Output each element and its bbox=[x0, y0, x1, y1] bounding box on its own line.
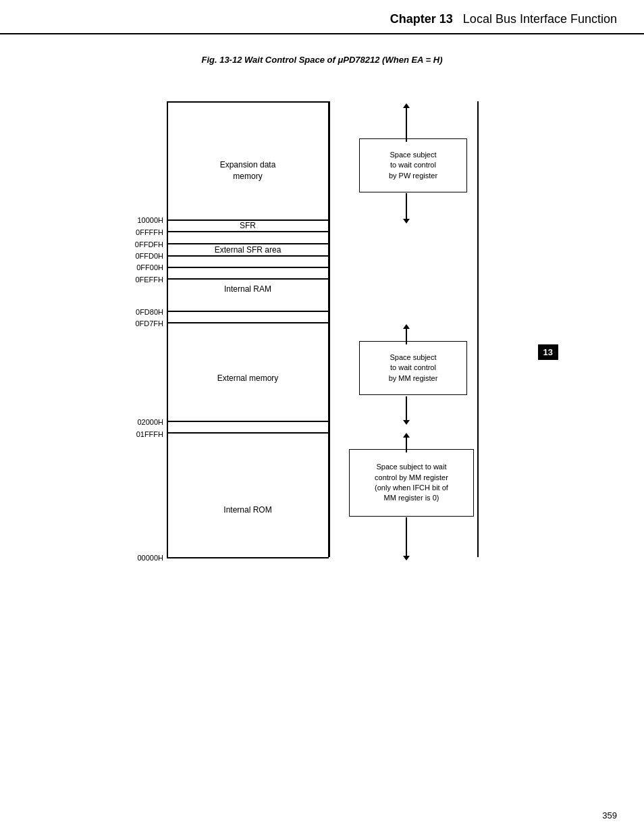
addr-0feffh: 0FEFFH bbox=[119, 276, 163, 284]
chapter-tab: 13 bbox=[538, 344, 558, 360]
internal-rom-label: Internal ROM bbox=[167, 466, 329, 554]
internal-ram-label: Internal RAM bbox=[167, 269, 329, 309]
hline-0ff00 bbox=[167, 267, 329, 268]
hline-bottom bbox=[167, 557, 329, 558]
right-col-right-border bbox=[477, 101, 479, 557]
arrow-down-mm-bottom bbox=[403, 396, 410, 425]
arrow-down-pw-bottom bbox=[403, 193, 410, 224]
addr-10000: 10000H bbox=[119, 216, 163, 224]
chapter-title-text: Local Bus Interface Function bbox=[463, 12, 617, 26]
addr-0ffffh: 0FFFFH bbox=[119, 228, 163, 236]
space-mm2-box: Space subject to waitcontrol by MM regis… bbox=[349, 449, 474, 517]
chapter-title: Chapter 13 Local Bus Interface Function bbox=[390, 12, 617, 26]
hline-01fff bbox=[167, 432, 329, 434]
arrow-up-pw-top bbox=[403, 103, 410, 142]
diagram-container: 13 bbox=[41, 81, 603, 594]
space-mm-box: Space subjectto wait controlby MM regist… bbox=[359, 341, 467, 395]
addr-01fffh: 01FFFH bbox=[119, 430, 163, 438]
right-col-left-border bbox=[329, 101, 330, 557]
addr-0ffdfh: 0FFDFH bbox=[119, 240, 163, 249]
addr-0ff00h: 0FF00H bbox=[119, 263, 163, 271]
external-memory-label: External memory bbox=[167, 338, 329, 419]
fig-label: Fig. 13-12 Wait Control Space of μPD7821… bbox=[201, 55, 442, 65]
addr-00000h: 00000H bbox=[119, 554, 163, 562]
addr-0ffd0h: 0FFD0H bbox=[119, 252, 163, 260]
page-number: 359 bbox=[602, 810, 617, 820]
space-pw-box: Space subjectto wait controlby PW regist… bbox=[359, 138, 467, 192]
page-body: Fig. 13-12 Wait Control Space of μPD7821… bbox=[0, 34, 644, 621]
arrow-up-mm-top bbox=[403, 324, 410, 344]
addr-0fd7fh: 0FD7FH bbox=[119, 319, 163, 328]
page-header: Chapter 13 Local Bus Interface Function bbox=[0, 0, 644, 34]
addr-0fd80h: 0FD80H bbox=[119, 308, 163, 316]
hline-02000 bbox=[167, 421, 329, 422]
fig-title: Fig. 13-12 Wait Control Space of μPD7821… bbox=[41, 55, 603, 65]
sfr-label: SFR bbox=[167, 221, 329, 231]
hline-0fd80 bbox=[167, 311, 329, 312]
external-sfr-label: External SFR area bbox=[167, 233, 329, 267]
expansion-data-label: Expansion datamemory bbox=[167, 122, 329, 219]
hline-0fd7f bbox=[167, 322, 329, 323]
addr-02000h: 02000H bbox=[119, 418, 163, 426]
diagram: 13 bbox=[119, 81, 525, 594]
chapter-number: Chapter 13 bbox=[390, 12, 453, 26]
hline-top bbox=[167, 101, 329, 103]
arrow-down-mm2-bottom bbox=[403, 517, 410, 561]
arrow-up-mm2-top bbox=[403, 433, 410, 452]
